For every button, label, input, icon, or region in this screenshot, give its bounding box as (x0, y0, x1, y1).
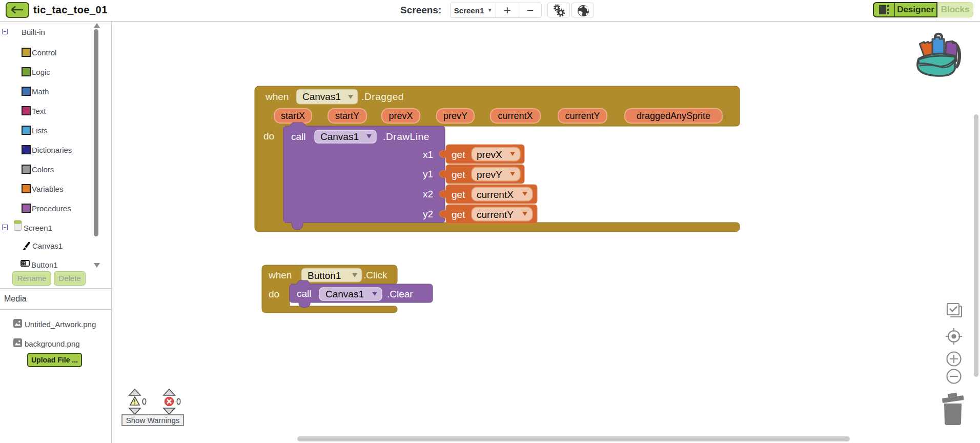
svg-text:prevX: prevX (477, 149, 502, 160)
svg-text:y1: y1 (423, 169, 433, 179)
svg-text:do: do (269, 289, 279, 299)
svg-text:0: 0 (176, 397, 181, 406)
svg-text:get: get (452, 169, 465, 180)
svg-text:prevY: prevY (477, 169, 502, 180)
svg-text:Canvas1: Canvas1 (325, 289, 364, 299)
svg-text:.Clear: .Clear (387, 289, 413, 299)
svg-text:draggedAnySprite: draggedAnySprite (637, 111, 710, 121)
svg-text:x2: x2 (423, 189, 433, 199)
svg-text:y2: y2 (423, 209, 433, 219)
svg-text:.Dragged: .Dragged (361, 91, 404, 102)
svg-text:currentX: currentX (498, 111, 533, 121)
svg-text:currentX: currentX (477, 189, 514, 200)
svg-text:when: when (268, 270, 292, 280)
svg-text:when: when (265, 91, 289, 102)
svg-text:0: 0 (142, 397, 147, 406)
svg-text:prevX: prevX (389, 111, 413, 121)
svg-text:Canvas1: Canvas1 (302, 91, 341, 102)
svg-text:get: get (452, 209, 465, 220)
svg-text:currentY: currentY (477, 209, 514, 220)
svg-text:prevY: prevY (443, 111, 467, 121)
svg-text:get: get (452, 149, 465, 160)
svg-text:startX: startX (281, 111, 305, 121)
svg-text:x1: x1 (423, 149, 433, 160)
svg-text:.Click: .Click (363, 270, 387, 280)
svg-text:call: call (297, 288, 312, 299)
svg-text:startY: startY (335, 111, 359, 121)
svg-text:currentY: currentY (565, 111, 600, 121)
svg-text:call: call (291, 131, 306, 142)
svg-text:.DrawLine: .DrawLine (383, 131, 430, 142)
svg-text:Canvas1: Canvas1 (320, 131, 359, 142)
svg-text:do: do (263, 131, 274, 142)
svg-text:Button1: Button1 (308, 270, 341, 281)
svg-text:get: get (452, 189, 465, 200)
